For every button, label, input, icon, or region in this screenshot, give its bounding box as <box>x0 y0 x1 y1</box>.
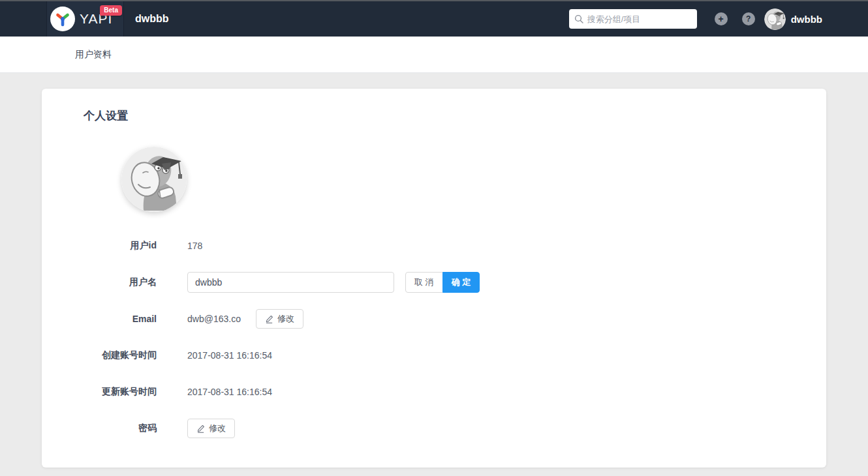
profile-card: 个人设置 用户id <box>42 89 826 468</box>
search-input[interactable] <box>587 14 692 24</box>
beta-badge: Beta <box>100 5 122 16</box>
brand-home-link[interactable]: YAPI Beta <box>47 1 124 37</box>
created-time-label: 创建账号时间 <box>84 350 157 361</box>
created-time-value: 2017-08-31 16:16:54 <box>187 350 272 361</box>
email-value: dwb@163.co <box>187 314 241 324</box>
profile-avatar[interactable] <box>121 147 187 212</box>
row-password: 密码 修改 <box>84 418 784 439</box>
row-updated-time: 更新账号时间 2017-08-31 16:16:54 <box>84 381 784 402</box>
username-actions: 取 消 确 定 <box>405 272 480 293</box>
edit-icon <box>196 424 205 433</box>
navbar-left-spacer <box>0 1 47 37</box>
cancel-button[interactable]: 取 消 <box>405 272 443 293</box>
yapi-logo-icon <box>50 7 75 31</box>
row-created-time: 创建账号时间 2017-08-31 16:16:54 <box>84 345 784 366</box>
edit-email-button[interactable]: 修改 <box>256 309 303 329</box>
subnav-item-user-profile[interactable]: 用户资料 <box>75 49 112 61</box>
edit-password-label: 修改 <box>209 423 226 434</box>
edit-password-button[interactable]: 修改 <box>187 419 235 438</box>
row-username: 用户名 取 消 确 定 <box>84 272 784 293</box>
row-user-id: 用户id 178 <box>84 235 784 256</box>
edit-icon <box>265 315 273 323</box>
user-avatar[interactable] <box>764 8 786 30</box>
page-title: 个人设置 <box>84 108 784 123</box>
username-input[interactable] <box>187 272 394 293</box>
subnav-bar: 用户资料 <box>0 37 868 73</box>
email-label: Email <box>84 314 157 324</box>
password-label: 密码 <box>84 423 157 434</box>
confirm-button[interactable]: 确 定 <box>442 272 480 293</box>
navbar-actions: + ? dwbbb <box>569 8 868 30</box>
main-content: 个人设置 用户id <box>0 73 868 468</box>
search-icon <box>574 14 583 23</box>
updated-time-label: 更新账号时间 <box>84 386 157 398</box>
user-id-label: 用户id <box>84 240 157 252</box>
navbar-username[interactable]: dwbbb <box>791 14 822 25</box>
add-button[interactable]: + <box>715 12 728 25</box>
username-label: 用户名 <box>84 276 157 288</box>
row-email: Email dwb@163.co 修改 <box>84 308 784 329</box>
user-id-value: 178 <box>187 241 202 251</box>
search-box <box>569 9 697 29</box>
updated-time-value: 2017-08-31 16:16:54 <box>187 387 272 397</box>
edit-email-label: 修改 <box>277 313 294 325</box>
current-page-title: dwbbb <box>124 13 569 25</box>
help-button[interactable]: ? <box>742 12 755 25</box>
top-navbar: YAPI Beta dwbbb + ? <box>0 0 868 37</box>
